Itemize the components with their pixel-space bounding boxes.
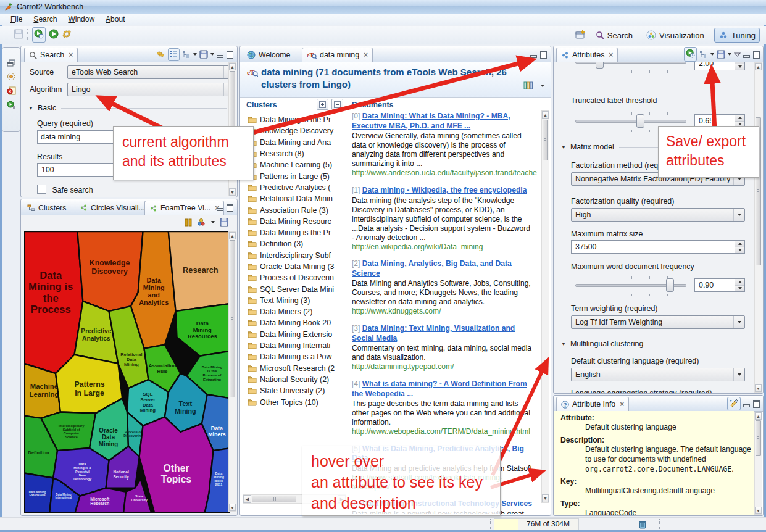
cluster-item[interactable]: Other Topics (10) xyxy=(241,396,346,407)
attribute-list-icon[interactable] xyxy=(168,48,180,61)
scroll-up-icon[interactable]: ▲ xyxy=(542,111,549,119)
open-perspective-icon[interactable] xyxy=(575,30,586,41)
scroll-down-icon[interactable]: ▼ xyxy=(229,188,236,196)
scroll-up-icon[interactable]: ▲ xyxy=(229,63,236,70)
cluster-item[interactable]: Microsoft Research (2 xyxy=(241,363,346,374)
cluster-item[interactable]: Oracle Data Mining (3 xyxy=(241,261,346,272)
fast-view-handle[interactable] xyxy=(5,49,17,54)
cluster-item[interactable]: SQL Server Data Mini xyxy=(241,283,346,294)
save-icon[interactable] xyxy=(14,29,23,41)
close-icon[interactable]: × xyxy=(620,400,624,409)
cluster-item[interactable]: State University (2) xyxy=(241,385,346,396)
scroll-down-icon[interactable]: ▼ xyxy=(755,507,762,514)
save-attributes-icon[interactable] xyxy=(717,50,725,59)
cluster-item[interactable]: Association Rule (3) xyxy=(241,204,346,215)
max-word-frequency-spinner[interactable]: 0.90 xyxy=(694,278,745,292)
restore-view-icon[interactable] xyxy=(7,59,15,67)
chevron-down-icon[interactable] xyxy=(541,85,544,87)
view-menu-icon[interactable] xyxy=(734,52,741,57)
perspective-tuning-button[interactable]: Tuning xyxy=(714,28,760,43)
document-url[interactable]: http://en.wikipedia.org/wiki/Data_mining xyxy=(352,243,535,252)
perspective-search-button[interactable]: Search xyxy=(592,29,636,42)
processes-view-icon[interactable] xyxy=(7,101,16,109)
error-log-view-icon[interactable] xyxy=(7,86,16,95)
basic-section-header[interactable]: ▼ Basic xyxy=(28,104,227,112)
cluster-item[interactable]: Predictive Analytics ( xyxy=(241,182,346,193)
cluster-item[interactable]: Relational Data Minin xyxy=(241,193,346,204)
chevron-down-icon[interactable] xyxy=(728,53,731,56)
minimize-icon[interactable] xyxy=(217,208,223,211)
menu-window[interactable]: Window xyxy=(62,14,100,25)
tab-welcome[interactable]: Welcome xyxy=(243,48,294,62)
expand-all-button[interactable] xyxy=(317,99,328,110)
maximize-icon[interactable] xyxy=(227,51,233,59)
cluster-item[interactable]: Definition (3) xyxy=(241,238,346,249)
menu-search[interactable]: Search xyxy=(28,14,62,25)
cluster-item[interactable]: Data Mining is the Pr xyxy=(241,114,346,125)
scroll-up-icon[interactable]: ▲ xyxy=(229,232,236,239)
foamtree-scrollbar[interactable]: ▲ ▼ xyxy=(228,231,236,512)
clusters-view-icon[interactable] xyxy=(7,72,16,81)
max-matrix-size-spinner[interactable]: 37500 xyxy=(571,240,745,254)
minimize-icon[interactable] xyxy=(530,55,537,58)
attribute-tree-icon[interactable] xyxy=(182,51,191,59)
tab-clusters-viz[interactable]: Clusters xyxy=(23,201,70,215)
spinner-arrows-icon[interactable] xyxy=(735,62,744,70)
maximize-icon[interactable] xyxy=(753,400,760,408)
menu-about[interactable]: About xyxy=(100,14,130,25)
layout-bars-icon[interactable] xyxy=(523,81,533,91)
default-language-select[interactable]: English xyxy=(571,368,745,381)
tab-attributes[interactable]: Attributes× xyxy=(556,48,618,62)
document-url[interactable]: http://www.webopedia.com/TERM/D/data_min… xyxy=(352,427,535,436)
scroll-down-icon[interactable]: ▼ xyxy=(542,494,549,502)
factorization-quality-select[interactable]: High xyxy=(571,208,745,222)
close-icon[interactable]: × xyxy=(609,51,613,59)
scroll-up-icon[interactable]: ▲ xyxy=(755,63,762,70)
live-update-icon[interactable] xyxy=(684,47,697,62)
refresh-icon[interactable] xyxy=(62,29,72,41)
cluster-item[interactable]: Data Mining Internati xyxy=(241,340,346,351)
document-url[interactable]: http://www.kdnuggets.com/ xyxy=(352,307,535,316)
perspective-visualization-button[interactable]: Visualization xyxy=(643,28,708,42)
chevron-down-icon[interactable] xyxy=(710,53,714,56)
top-slider[interactable] xyxy=(575,62,686,69)
maximize-icon[interactable] xyxy=(540,51,547,59)
cluster-item[interactable]: Text Mining (3) xyxy=(241,295,346,306)
spinner-arrows-icon[interactable] xyxy=(735,279,744,291)
minimize-icon[interactable] xyxy=(217,55,223,58)
multilingual-section-header[interactable]: ▼ Multilingual clustering xyxy=(561,339,746,348)
document-title-link[interactable]: Data Mining: What is Data Mining? - MBA,… xyxy=(352,112,510,130)
foamtree-canvas[interactable]: DataMining istheProcessKnowledgeDiscover… xyxy=(24,231,230,513)
close-icon[interactable]: × xyxy=(69,51,73,59)
cluster-item[interactable]: Data Mining Extensio xyxy=(241,329,346,340)
spinner-arrows-icon[interactable] xyxy=(735,115,744,127)
cluster-item[interactable]: Data Mining is the Pr xyxy=(241,227,346,238)
document-title-link[interactable]: Data Mining: Text Mining, Visualization … xyxy=(352,324,515,343)
top-value-spinner[interactable]: 2.00 xyxy=(694,62,745,70)
cluster-item[interactable]: Data Mining Resourc xyxy=(241,216,346,227)
source-select[interactable]: eTools Web Search xyxy=(67,65,235,79)
tab-attribute-info[interactable]: ? Attribute Info× xyxy=(556,397,629,411)
scroll-left-icon[interactable]: ◀ xyxy=(243,495,251,503)
algorithm-select[interactable]: Lingo xyxy=(67,83,235,96)
cluster-item[interactable]: Knowledge Discovery xyxy=(241,125,346,136)
cluster-item[interactable]: Data Miners (2) xyxy=(241,306,346,317)
link-with-selection-icon[interactable]: ? xyxy=(727,397,741,410)
safe-search-checkbox[interactable] xyxy=(37,185,46,194)
process-run-icon[interactable] xyxy=(32,27,46,43)
cluster-item[interactable]: Process of Discoverin xyxy=(241,272,346,283)
garbage-collect-button[interactable] xyxy=(635,518,651,530)
document-title-link[interactable]: Data Mining, Analytics, Big Data, and Da… xyxy=(352,259,512,278)
color-options-icon[interactable] xyxy=(197,218,206,227)
cluster-item[interactable]: Data Mining is a Pow xyxy=(241,351,346,362)
cluster-item[interactable]: Research (8) xyxy=(241,148,346,159)
tab-search[interactable]: Search× xyxy=(24,48,78,62)
attributes-scrollbar[interactable]: ▲ ▼ xyxy=(754,62,762,393)
cluster-item[interactable]: National Security (2) xyxy=(241,374,346,385)
attribute-tree-icon[interactable] xyxy=(699,51,708,59)
tab-data-mining[interactable]: eT data mining× xyxy=(302,48,373,62)
spinner-arrows-icon[interactable] xyxy=(735,241,744,253)
run-icon[interactable] xyxy=(49,29,59,41)
cluster-item[interactable]: Interdisciplinary Subf xyxy=(241,250,346,261)
document-url[interactable]: http://www.anderson.ucla.edu/faculty/jas… xyxy=(352,168,535,178)
